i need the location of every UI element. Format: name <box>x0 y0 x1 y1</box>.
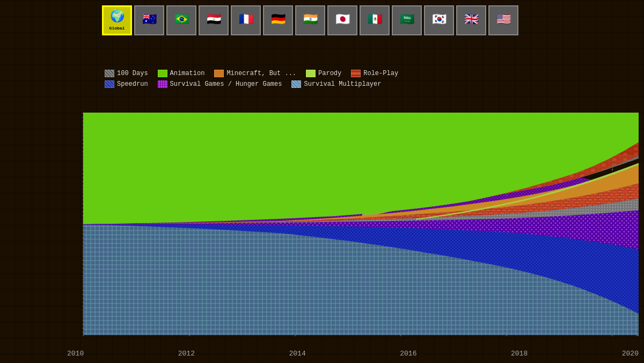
country-btn-kr[interactable]: 🇰🇷 <box>424 5 454 35</box>
legend-swatch-survival-multiplayer <box>291 80 301 88</box>
country-btn-us[interactable]: 🇺🇸 <box>488 5 518 35</box>
country-btn-jp[interactable]: 🇯🇵 <box>327 5 357 35</box>
legend-label-survival-multiplayer: Survival Multiplayer <box>304 80 381 88</box>
country-btn-br[interactable]: 🇧🇷 <box>166 5 196 35</box>
legend-label-roleplay: Role-Play <box>363 70 398 77</box>
country-btn-au[interactable]: 🇦🇺 <box>134 5 164 35</box>
legend-swatch-parody <box>306 70 316 77</box>
legend-label-speedrun: Speedrun <box>117 80 148 88</box>
legend-parody: Parody <box>306 70 341 77</box>
legend-label-100days: 100 Days <box>117 70 148 77</box>
legend-roleplay: Role-Play <box>351 70 398 77</box>
x-label-2014: 2014 <box>289 350 306 358</box>
legend-label-animation: Animation <box>170 70 205 77</box>
country-btn-sa[interactable]: 🇸🇦 <box>392 5 422 35</box>
legend-swatch-animation <box>158 70 167 77</box>
country-btn-gb[interactable]: 🇬🇧 <box>456 5 486 35</box>
legend-row-1: 100 Days Animation Minecraft, But ... Pa… <box>105 70 398 77</box>
country-btn-eg[interactable]: 🇪🇬 <box>199 5 229 35</box>
legend-label-parody: Parody <box>318 70 341 77</box>
country-btn-mx[interactable]: 🇲🇽 <box>360 5 390 35</box>
legend-speedrun: Speedrun <box>105 80 148 88</box>
x-axis: 2010 2012 2014 2016 2018 2020 <box>67 350 639 358</box>
country-btn-global[interactable]: 🌍 Global <box>102 5 132 35</box>
legend-swatch-roleplay <box>351 70 361 77</box>
x-label-2020: 2020 <box>622 350 639 358</box>
country-btn-fr[interactable]: 🇫🇷 <box>231 5 261 35</box>
streamgraph-main <box>67 113 639 335</box>
x-label-2016: 2016 <box>400 350 416 358</box>
legend-survival-multiplayer: Survival Multiplayer <box>291 80 381 88</box>
legend-minecraft-but: Minecraft, But ... <box>214 70 296 77</box>
country-btn-in[interactable]: 🇮🇳 <box>295 5 325 35</box>
legend-label-minecraft-but: Minecraft, But ... <box>226 70 296 77</box>
country-selector: 🌍 Global 🇦🇺 🇧🇷 🇪🇬 🇫🇷 🇩🇪 🇮🇳 🇯🇵 🇲🇽 🇸🇦 🇰🇷 🇬… <box>102 5 518 35</box>
legend-swatch-100days <box>105 70 114 77</box>
country-btn-de[interactable]: 🇩🇪 <box>263 5 293 35</box>
legend-swatch-speedrun <box>105 80 114 88</box>
x-label-2018: 2018 <box>511 350 528 358</box>
legend-row-2: Speedrun Survival Games / Hunger Games S… <box>105 80 398 88</box>
legend-animation: Animation <box>158 70 205 77</box>
legend-swatch-minecraft-but <box>214 70 224 77</box>
legend-swatch-survival-games <box>158 80 167 88</box>
legend-survival-games: Survival Games / Hunger Games <box>158 80 282 88</box>
chart-legend: 100 Days Animation Minecraft, But ... Pa… <box>105 70 398 88</box>
x-label-2010: 2010 <box>67 350 84 358</box>
legend-100days: 100 Days <box>105 70 148 77</box>
x-label-2012: 2012 <box>178 350 195 358</box>
legend-label-survival-games: Survival Games / Hunger Games <box>170 80 282 88</box>
